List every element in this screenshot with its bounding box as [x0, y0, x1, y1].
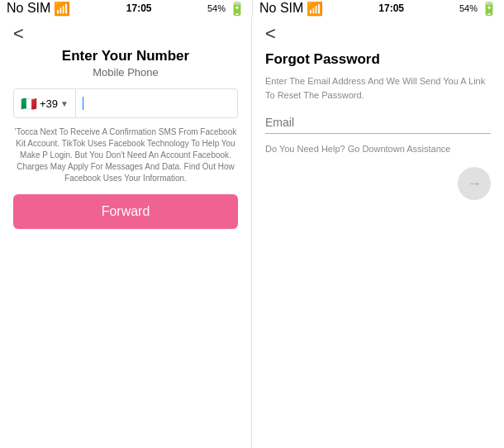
back-button-right[interactable]: < — [265, 23, 491, 45]
forgot-password-title: Forgot Password — [265, 51, 491, 68]
status-bar-left: No SIM 📶 17:05 54% 🔋 — [0, 0, 252, 17]
go-arrow-button[interactable]: → — [458, 167, 491, 200]
panel-title-left: Enter Your Number — [13, 48, 238, 64]
cursor-blink — [83, 97, 83, 110]
wifi-icon-left: 📶 — [54, 1, 70, 17]
help-text: Do You Need Help? Go Downtown Assistance — [265, 144, 491, 154]
battery-icon-left: 🔋 — [229, 1, 245, 17]
country-selector[interactable]: 🇮🇹 +39 ▼ — [14, 89, 76, 117]
battery-icon-right: 🔋 — [481, 1, 497, 17]
back-button-left[interactable]: < — [13, 23, 238, 45]
time-right: 17:05 — [378, 2, 404, 14]
email-input[interactable] — [265, 116, 491, 129]
right-panel: < Forgot Password Enter The Email Addres… — [252, 17, 504, 448]
time-left: 17:05 — [126, 2, 152, 14]
carrier-right: No SIM — [259, 1, 303, 16]
forgot-password-description: Enter The Email Address And We Will Send… — [265, 74, 491, 102]
arrow-right-icon: → — [467, 175, 482, 193]
phone-input-row: 🇮🇹 +39 ▼ — [13, 88, 238, 118]
battery-right: 54% — [459, 3, 478, 13]
country-flag: 🇮🇹 — [21, 96, 37, 112]
forward-button[interactable]: Forward — [13, 194, 238, 229]
chevron-down-icon: ▼ — [60, 99, 69, 108]
wifi-icon-right: 📶 — [307, 1, 323, 17]
country-code: +39 — [40, 98, 58, 110]
disclaimer-text: 'Tocca Next To Receive A Confirmation SM… — [13, 126, 238, 184]
email-input-wrapper — [265, 115, 491, 134]
status-bar-right: No SIM 📶 17:05 54% 🔋 — [252, 0, 504, 17]
panel-subtitle-left: Mobile Phone — [13, 66, 238, 79]
battery-left: 54% — [207, 3, 226, 13]
carrier-left: No SIM — [7, 1, 50, 16]
left-panel: < Enter Your Number Mobile Phone 🇮🇹 +39 … — [0, 17, 252, 448]
